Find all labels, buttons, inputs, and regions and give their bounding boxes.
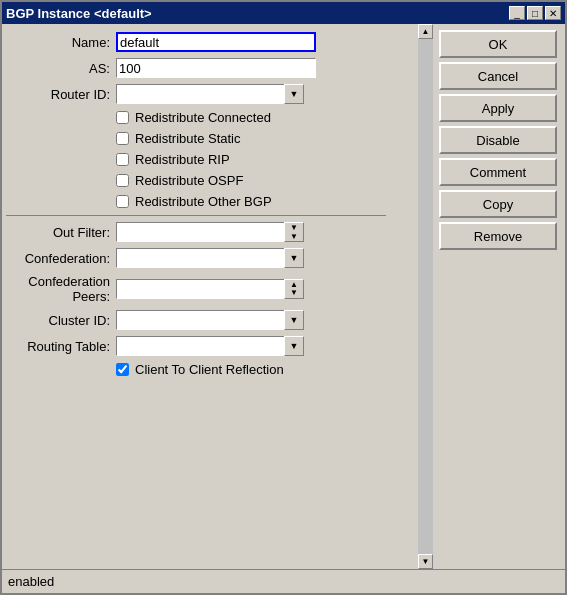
- window-content: Name: AS: Router ID: ▼: [2, 24, 565, 569]
- as-row: AS:: [6, 58, 427, 78]
- as-input[interactable]: [116, 58, 316, 78]
- maximize-button[interactable]: □: [527, 6, 543, 20]
- redistribute-ospf-label: Redistribute OSPF: [135, 173, 243, 188]
- cluster-id-label: Cluster ID:: [6, 313, 116, 328]
- confederation-wrapper: ▼: [116, 248, 304, 268]
- redistribute-other-bgp-label: Redistribute Other BGP: [135, 194, 272, 209]
- client-to-client-label: Client To Client Reflection: [135, 362, 284, 377]
- status-bar: enabled: [2, 569, 565, 593]
- name-input[interactable]: [116, 32, 316, 52]
- name-row: Name:: [6, 32, 427, 52]
- remove-button[interactable]: Remove: [439, 222, 557, 250]
- confederation-dropdown-button[interactable]: ▼: [284, 248, 304, 268]
- out-filter-dropdown-button[interactable]: ▼▼: [284, 222, 304, 242]
- redistribute-rip-row: Redistribute RIP: [6, 152, 427, 167]
- confederation-input[interactable]: [116, 248, 284, 268]
- window-title: BGP Instance <default>: [6, 6, 152, 21]
- bgp-instance-window: BGP Instance <default> _ □ ✕ Name: AS:: [0, 0, 567, 595]
- out-filter-input[interactable]: [116, 222, 284, 242]
- router-id-row: Router ID: ▼: [6, 84, 427, 104]
- cancel-button[interactable]: Cancel: [439, 62, 557, 90]
- redistribute-other-bgp-row: Redistribute Other BGP: [6, 194, 427, 209]
- confederation-row: Confederation: ▼: [6, 248, 427, 268]
- vertical-scrollbar[interactable]: ▲ ▼: [418, 24, 435, 569]
- scroll-down-button[interactable]: ▼: [418, 554, 433, 569]
- routing-table-row: Routing Table: ▼: [6, 336, 427, 356]
- scroll-track[interactable]: [418, 39, 433, 554]
- cluster-id-row: Cluster ID: ▼: [6, 310, 427, 330]
- redistribute-static-checkbox[interactable]: [116, 132, 129, 145]
- redistribute-connected-checkbox[interactable]: [116, 111, 129, 124]
- confederation-peers-dropdown-button[interactable]: ▲▼: [284, 279, 304, 299]
- out-filter-label: Out Filter:: [6, 225, 116, 240]
- confederation-peers-input[interactable]: [116, 279, 284, 299]
- router-id-input[interactable]: [116, 84, 284, 104]
- form-section: Name: AS: Router ID: ▼: [6, 32, 431, 565]
- router-id-wrapper: ▼: [116, 84, 304, 104]
- redistribute-connected-row: Redistribute Connected: [6, 110, 427, 125]
- scroll-up-button[interactable]: ▲: [418, 24, 433, 39]
- copy-button[interactable]: Copy: [439, 190, 557, 218]
- routing-table-input[interactable]: [116, 336, 284, 356]
- router-id-label: Router ID:: [6, 87, 116, 102]
- redistribute-rip-label: Redistribute RIP: [135, 152, 230, 167]
- cluster-id-wrapper: ▼: [116, 310, 304, 330]
- name-label: Name:: [6, 35, 116, 50]
- out-filter-row: Out Filter: ▼▼: [6, 222, 427, 242]
- minimize-button[interactable]: _: [509, 6, 525, 20]
- comment-button[interactable]: Comment: [439, 158, 557, 186]
- right-panel: OK Cancel Apply Disable Comment Copy Rem…: [435, 24, 565, 569]
- status-text: enabled: [8, 574, 54, 589]
- redistribute-rip-checkbox[interactable]: [116, 153, 129, 166]
- client-to-client-checkbox[interactable]: [116, 363, 129, 376]
- out-filter-wrapper: ▼▼: [116, 222, 304, 242]
- redistribute-static-row: Redistribute Static: [6, 131, 427, 146]
- confederation-label: Confederation:: [6, 251, 116, 266]
- redistribute-static-label: Redistribute Static: [135, 131, 241, 146]
- confederation-peers-row: Confederation Peers: ▲▼: [6, 274, 427, 304]
- confederation-peers-wrapper: ▲▼: [116, 279, 304, 299]
- cluster-id-dropdown-button[interactable]: ▼: [284, 310, 304, 330]
- routing-table-wrapper: ▼: [116, 336, 304, 356]
- cluster-id-input[interactable]: [116, 310, 284, 330]
- confederation-peers-label: Confederation Peers:: [6, 274, 116, 304]
- close-button[interactable]: ✕: [545, 6, 561, 20]
- as-label: AS:: [6, 61, 116, 76]
- redistribute-other-bgp-checkbox[interactable]: [116, 195, 129, 208]
- main-panel: Name: AS: Router ID: ▼: [2, 24, 435, 569]
- client-to-client-row: Client To Client Reflection: [6, 362, 427, 377]
- title-bar: BGP Instance <default> _ □ ✕: [2, 2, 565, 24]
- disable-button[interactable]: Disable: [439, 126, 557, 154]
- title-bar-buttons: _ □ ✕: [509, 6, 561, 20]
- apply-button[interactable]: Apply: [439, 94, 557, 122]
- router-id-dropdown-button[interactable]: ▼: [284, 84, 304, 104]
- routing-table-label: Routing Table:: [6, 339, 116, 354]
- ok-button[interactable]: OK: [439, 30, 557, 58]
- redistribute-ospf-checkbox[interactable]: [116, 174, 129, 187]
- redistribute-connected-label: Redistribute Connected: [135, 110, 271, 125]
- scrollable-area: Name: AS: Router ID: ▼: [6, 32, 431, 565]
- redistribute-ospf-row: Redistribute OSPF: [6, 173, 427, 188]
- divider: [6, 215, 386, 216]
- routing-table-dropdown-button[interactable]: ▼: [284, 336, 304, 356]
